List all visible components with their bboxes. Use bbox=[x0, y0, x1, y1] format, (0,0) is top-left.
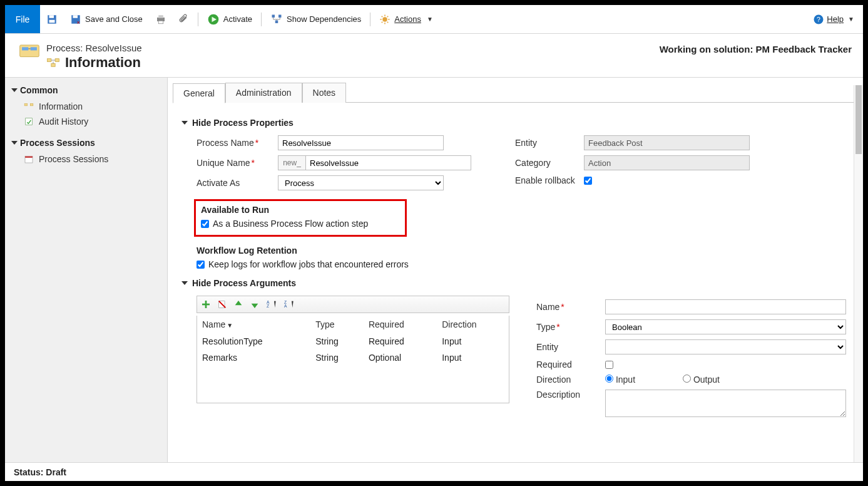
actions-menu[interactable]: Actions ▼ bbox=[373, 5, 439, 33]
svg-rect-20 bbox=[48, 59, 51, 62]
table-row[interactable]: ResolutionTypeStringRequiredInput bbox=[197, 333, 509, 349]
gear-icon bbox=[379, 14, 391, 25]
arg-name-label: Name* bbox=[536, 302, 605, 312]
file-menu[interactable]: File bbox=[5, 5, 40, 33]
svg-text:Z: Z bbox=[267, 304, 269, 308]
tab-administration[interactable]: Administration bbox=[225, 83, 302, 103]
delete-icon[interactable] bbox=[217, 299, 227, 309]
status-text: Status: Draft bbox=[14, 467, 66, 477]
direction-input-option[interactable]: Input bbox=[605, 375, 674, 385]
enable-rollback-checkbox[interactable] bbox=[584, 177, 592, 185]
arg-description-input[interactable] bbox=[605, 390, 846, 417]
svg-text:?: ? bbox=[817, 15, 820, 23]
actions-label: Actions bbox=[394, 14, 421, 24]
toolbar: File × Save and Close Activate bbox=[5, 5, 863, 34]
arg-required-checkbox[interactable] bbox=[605, 361, 613, 369]
toolbar-separator bbox=[261, 13, 262, 26]
direction-output-option[interactable]: Output bbox=[683, 375, 752, 385]
svg-rect-21 bbox=[55, 59, 59, 62]
svg-rect-27 bbox=[25, 156, 33, 158]
arg-name-input[interactable] bbox=[605, 299, 846, 314]
col-name[interactable]: Name▼ bbox=[197, 316, 310, 333]
print-button[interactable] bbox=[149, 5, 173, 33]
scrollbar-thumb[interactable] bbox=[855, 85, 862, 154]
save-and-close-button[interactable]: × Save and Close bbox=[64, 5, 149, 33]
sort-desc-icon[interactable]: ZA bbox=[283, 299, 295, 309]
save-and-close-label: Save and Close bbox=[85, 14, 143, 24]
svg-marker-33 bbox=[252, 304, 258, 308]
page-title: Information bbox=[65, 54, 141, 71]
available-to-run-heading: Available to Run bbox=[201, 205, 400, 215]
help-label: Help bbox=[827, 14, 844, 24]
svg-text:A: A bbox=[284, 304, 287, 308]
svg-rect-1 bbox=[49, 15, 54, 18]
status-bar: Status: Draft bbox=[5, 462, 863, 481]
keep-logs-checkbox[interactable] bbox=[197, 261, 205, 269]
solution-context: Working on solution: PM Feedback Tracker bbox=[660, 43, 852, 54]
sidebar-item-label: Process Sessions bbox=[39, 154, 108, 164]
svg-rect-12 bbox=[278, 14, 282, 18]
save-button[interactable] bbox=[40, 5, 64, 33]
chevron-down-icon bbox=[181, 281, 188, 285]
process-icon bbox=[24, 102, 34, 111]
arg-entity-select[interactable] bbox=[605, 339, 846, 354]
arg-type-select[interactable]: Boolean bbox=[605, 319, 846, 334]
toolbar-separator bbox=[370, 13, 370, 26]
unique-name-prefix: new_ bbox=[278, 155, 305, 170]
activate-as-select[interactable]: Process bbox=[278, 175, 444, 190]
sidebar-item-audit-history[interactable]: Audit History bbox=[11, 114, 161, 129]
breadcrumb: Process: ResolveIssue bbox=[46, 43, 142, 53]
arguments-table[interactable]: Name▼ Type Required Direction Resolution… bbox=[197, 316, 509, 403]
category-label: Category bbox=[515, 158, 584, 168]
arguments-toolbar: AZ ZA bbox=[197, 296, 509, 313]
play-icon bbox=[207, 13, 220, 26]
content-area: General Administration Notes Hide Proces… bbox=[168, 78, 863, 462]
calendar-icon bbox=[24, 154, 34, 164]
activate-label: Activate bbox=[223, 14, 252, 24]
svg-marker-39 bbox=[292, 301, 294, 308]
audit-icon bbox=[24, 116, 34, 127]
svg-rect-8 bbox=[158, 21, 163, 24]
attach-button[interactable] bbox=[173, 5, 195, 33]
tab-general[interactable]: General bbox=[173, 83, 225, 103]
sidebar-item-information[interactable]: Information bbox=[11, 99, 161, 114]
process-name-input[interactable] bbox=[278, 135, 444, 150]
help-menu[interactable]: ? Help ▼ bbox=[813, 14, 854, 25]
arg-type-label: Type* bbox=[536, 322, 605, 332]
activate-button[interactable]: Activate bbox=[201, 5, 258, 33]
print-icon bbox=[155, 14, 166, 25]
move-down-icon[interactable] bbox=[250, 299, 260, 309]
sidebar-item-label: Audit History bbox=[39, 116, 88, 127]
svg-rect-2 bbox=[49, 19, 55, 23]
toggle-process-properties[interactable]: Hide Process Properties bbox=[181, 118, 842, 128]
table-row[interactable]: RemarksStringOptionalInput bbox=[197, 349, 509, 366]
show-dependencies-button[interactable]: Show Dependencies bbox=[264, 5, 367, 33]
entity-label: Entity bbox=[515, 138, 584, 148]
col-direction[interactable]: Direction bbox=[437, 316, 509, 333]
tab-notes[interactable]: Notes bbox=[302, 83, 347, 103]
page-header: Process: ResolveIssue Information Workin… bbox=[5, 34, 863, 77]
arg-description-label: Description bbox=[536, 390, 605, 400]
add-icon[interactable] bbox=[201, 299, 211, 309]
col-type[interactable]: Type bbox=[310, 316, 364, 333]
bpf-action-step-label: As a Business Process Flow action step bbox=[213, 219, 368, 229]
activate-as-label: Activate As bbox=[197, 178, 278, 188]
svg-rect-24 bbox=[30, 103, 33, 105]
move-up-icon[interactable] bbox=[233, 299, 243, 309]
paperclip-icon bbox=[179, 14, 189, 25]
svg-rect-11 bbox=[272, 14, 275, 18]
bpf-action-step-checkbox[interactable] bbox=[201, 220, 209, 228]
sort-asc-icon[interactable]: AZ bbox=[266, 299, 277, 309]
save-close-icon: × bbox=[70, 14, 81, 25]
col-required[interactable]: Required bbox=[364, 316, 437, 333]
svg-rect-4 bbox=[73, 15, 78, 18]
sidebar-group-sessions[interactable]: Process Sessions bbox=[11, 138, 161, 148]
entity-field bbox=[584, 135, 750, 150]
svg-point-14 bbox=[383, 17, 388, 22]
process-icon bbox=[46, 56, 60, 69]
toggle-process-arguments[interactable]: Hide Process Arguments bbox=[181, 278, 842, 288]
arg-direction-label: Direction bbox=[536, 375, 605, 385]
sidebar-item-process-sessions[interactable]: Process Sessions bbox=[11, 152, 161, 167]
unique-name-input[interactable] bbox=[305, 155, 471, 170]
sidebar-group-common[interactable]: Common bbox=[11, 85, 161, 95]
